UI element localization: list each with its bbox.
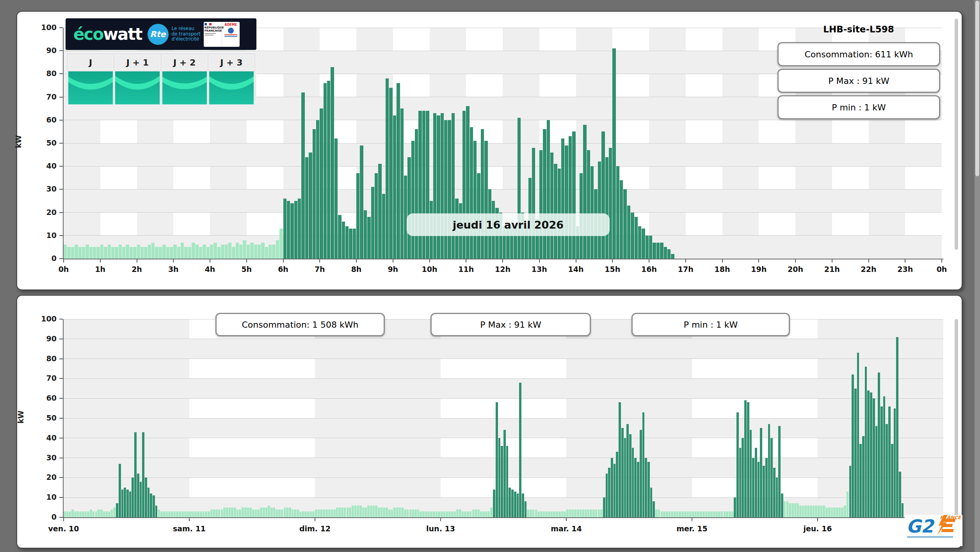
bar xyxy=(176,511,178,517)
bar xyxy=(527,509,529,517)
y-tick xyxy=(59,73,63,74)
x-tick xyxy=(246,259,247,263)
bar xyxy=(634,458,637,517)
x-tick-label: 8h xyxy=(344,265,369,273)
bar xyxy=(221,509,223,517)
forecast-tile-j3[interactable]: J + 3 xyxy=(209,55,254,105)
bar xyxy=(116,503,118,517)
bar xyxy=(566,509,569,517)
motto-placeholder xyxy=(205,35,213,35)
bar xyxy=(96,247,100,259)
bar xyxy=(188,247,191,259)
bar xyxy=(537,511,540,517)
bar xyxy=(763,466,765,517)
bar xyxy=(148,245,151,259)
checker-cell xyxy=(649,120,686,143)
bar xyxy=(649,236,652,259)
bar xyxy=(359,506,362,517)
bar xyxy=(813,506,815,517)
bar xyxy=(399,508,401,517)
y-tick-label: 0 xyxy=(32,513,57,521)
bar xyxy=(108,511,110,517)
g2e-tagline-placeholder xyxy=(907,536,953,538)
checker-cell xyxy=(722,213,759,236)
bar xyxy=(481,129,484,259)
bar xyxy=(194,511,197,517)
rte-tagline-line1: Le réseau xyxy=(172,26,201,31)
bar xyxy=(448,511,451,517)
bar xyxy=(880,406,883,517)
ecowatt-green-signal-icon xyxy=(68,71,113,105)
bar xyxy=(878,373,880,517)
gridline xyxy=(64,120,942,120)
bar xyxy=(731,511,734,517)
checker-band xyxy=(64,189,942,212)
bar xyxy=(104,247,107,259)
bar xyxy=(89,247,92,259)
x-tick xyxy=(612,259,613,263)
bar xyxy=(778,426,781,517)
bar xyxy=(126,490,129,517)
bar xyxy=(286,508,288,517)
x-tick xyxy=(393,259,393,263)
bar xyxy=(705,511,708,517)
bar xyxy=(64,511,66,517)
bar xyxy=(260,508,262,517)
consumption-badge-week: Consommation: 1 508 kWh xyxy=(215,313,385,336)
bar xyxy=(417,509,420,517)
bar xyxy=(859,444,862,517)
bar xyxy=(257,509,260,517)
checker-cell xyxy=(315,438,441,458)
bar xyxy=(327,81,330,259)
bar xyxy=(539,150,542,259)
bar xyxy=(875,426,878,517)
french-flag-icon xyxy=(205,23,212,25)
checker-cell xyxy=(315,359,441,379)
bar xyxy=(550,153,553,259)
forecast-tile-j1[interactable]: J + 1 xyxy=(115,55,160,105)
y-axis-line xyxy=(63,28,64,259)
ecowatt-green-signal-icon xyxy=(162,71,207,105)
top-chart-scrollbar[interactable] xyxy=(955,19,958,250)
ademe-logo: ADEME xyxy=(222,22,240,47)
y-tick-label: 40 xyxy=(32,433,57,442)
bar xyxy=(378,508,380,517)
bar xyxy=(265,247,268,259)
checker-cell xyxy=(64,120,100,143)
gridline xyxy=(64,339,943,339)
x-tick xyxy=(832,259,832,263)
forecast-tile-j[interactable]: J xyxy=(68,55,113,105)
x-tick xyxy=(189,518,190,521)
bar xyxy=(305,157,308,259)
bar xyxy=(153,495,155,517)
site-title: LHB-site-L598 xyxy=(777,24,941,34)
bar xyxy=(237,509,239,517)
x-tick xyxy=(685,259,686,263)
x-tick xyxy=(576,259,576,263)
bar xyxy=(64,245,67,259)
bar xyxy=(475,509,477,517)
bar xyxy=(430,511,432,517)
bar xyxy=(396,508,398,517)
x-tick xyxy=(63,259,64,263)
g2e-france-label: FRANCE xyxy=(940,515,961,520)
y-tick-label: 60 xyxy=(32,115,57,124)
bar xyxy=(506,446,509,517)
bar xyxy=(173,245,176,259)
forecast-tile-j2[interactable]: J + 2 xyxy=(162,55,207,105)
bar xyxy=(548,511,550,517)
bar xyxy=(724,511,726,517)
bar xyxy=(679,511,681,517)
bar xyxy=(203,511,205,517)
bar xyxy=(473,141,477,259)
g2e-logo: FRANCE G2 xyxy=(905,515,962,546)
y-tick-label: 90 xyxy=(32,46,57,55)
checker-cell xyxy=(795,166,832,189)
bar xyxy=(637,462,639,517)
bottom-chart-scrollbar[interactable] xyxy=(955,319,958,519)
bar xyxy=(545,511,548,517)
checker-cell xyxy=(818,359,943,379)
page-scrollbar-thumb[interactable] xyxy=(975,1,979,176)
x-tick-label: mar. 14 xyxy=(539,524,594,533)
x-tick-label: 13h xyxy=(527,265,552,273)
